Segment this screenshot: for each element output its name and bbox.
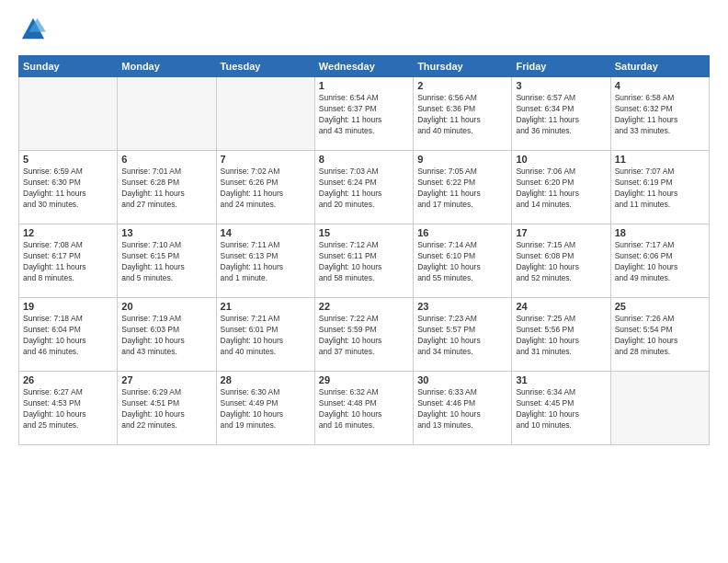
calendar-cell: 14Sunrise: 7:11 AM Sunset: 6:13 PM Dayli…	[216, 224, 314, 298]
day-info: Sunrise: 6:32 AM Sunset: 4:48 PM Dayligh…	[319, 387, 409, 431]
day-number: 27	[121, 374, 211, 385]
calendar-cell	[216, 77, 314, 151]
day-number: 5	[23, 154, 113, 165]
calendar-header-saturday: Saturday	[610, 56, 709, 77]
calendar-cell: 11Sunrise: 7:07 AM Sunset: 6:19 PM Dayli…	[610, 151, 709, 224]
day-number: 17	[516, 227, 606, 238]
calendar-header-thursday: Thursday	[414, 56, 512, 77]
calendar-cell	[610, 372, 709, 445]
day-info: Sunrise: 6:56 AM Sunset: 6:36 PM Dayligh…	[417, 93, 507, 137]
day-info: Sunrise: 6:59 AM Sunset: 6:30 PM Dayligh…	[23, 167, 113, 211]
day-number: 23	[417, 301, 507, 312]
calendar-week-row: 1Sunrise: 6:54 AM Sunset: 6:37 PM Daylig…	[19, 77, 710, 151]
day-number: 18	[615, 227, 705, 238]
calendar-cell: 19Sunrise: 7:18 AM Sunset: 6:04 PM Dayli…	[19, 298, 118, 372]
day-info: Sunrise: 7:26 AM Sunset: 5:54 PM Dayligh…	[615, 314, 705, 358]
calendar-cell: 25Sunrise: 7:26 AM Sunset: 5:54 PM Dayli…	[610, 298, 709, 372]
day-number: 20	[121, 301, 211, 312]
day-info: Sunrise: 7:08 AM Sunset: 6:17 PM Dayligh…	[23, 240, 113, 284]
calendar-cell	[19, 77, 118, 151]
day-number: 2	[417, 80, 507, 91]
day-number: 3	[516, 80, 606, 91]
calendar-cell: 1Sunrise: 6:54 AM Sunset: 6:37 PM Daylig…	[314, 77, 413, 151]
calendar-header-sunday: Sunday	[19, 56, 118, 77]
calendar-header-tuesday: Tuesday	[216, 56, 314, 77]
day-number: 13	[121, 227, 211, 238]
day-info: Sunrise: 6:29 AM Sunset: 4:51 PM Dayligh…	[121, 387, 211, 431]
day-info: Sunrise: 7:22 AM Sunset: 5:59 PM Dayligh…	[319, 314, 409, 358]
calendar-cell: 30Sunrise: 6:33 AM Sunset: 4:46 PM Dayli…	[414, 372, 512, 445]
calendar-cell: 22Sunrise: 7:22 AM Sunset: 5:59 PM Dayli…	[314, 298, 413, 372]
calendar-week-row: 12Sunrise: 7:08 AM Sunset: 6:17 PM Dayli…	[19, 224, 710, 298]
day-number: 29	[319, 374, 409, 385]
day-info: Sunrise: 7:14 AM Sunset: 6:10 PM Dayligh…	[417, 240, 507, 284]
calendar-cell: 7Sunrise: 7:02 AM Sunset: 6:26 PM Daylig…	[216, 151, 314, 224]
day-info: Sunrise: 7:11 AM Sunset: 6:13 PM Dayligh…	[221, 240, 311, 284]
calendar-cell: 2Sunrise: 6:56 AM Sunset: 6:36 PM Daylig…	[414, 77, 512, 151]
day-number: 16	[417, 227, 507, 238]
day-number: 11	[615, 154, 705, 165]
calendar-week-row: 5Sunrise: 6:59 AM Sunset: 6:30 PM Daylig…	[19, 151, 710, 224]
calendar-cell: 31Sunrise: 6:34 AM Sunset: 4:45 PM Dayli…	[512, 372, 610, 445]
calendar-cell	[118, 77, 216, 151]
day-info: Sunrise: 7:25 AM Sunset: 5:56 PM Dayligh…	[516, 314, 606, 358]
day-info: Sunrise: 7:21 AM Sunset: 6:01 PM Dayligh…	[221, 314, 311, 358]
calendar-header-friday: Friday	[512, 56, 610, 77]
day-info: Sunrise: 7:03 AM Sunset: 6:24 PM Dayligh…	[319, 167, 409, 211]
day-info: Sunrise: 7:15 AM Sunset: 6:08 PM Dayligh…	[516, 240, 606, 284]
calendar-table: SundayMondayTuesdayWednesdayThursdayFrid…	[18, 55, 710, 445]
day-info: Sunrise: 6:30 AM Sunset: 4:49 PM Dayligh…	[221, 387, 311, 431]
day-info: Sunrise: 6:57 AM Sunset: 6:34 PM Dayligh…	[516, 93, 606, 137]
calendar-cell: 27Sunrise: 6:29 AM Sunset: 4:51 PM Dayli…	[118, 372, 216, 445]
day-info: Sunrise: 7:12 AM Sunset: 6:11 PM Dayligh…	[319, 240, 409, 284]
calendar-cell: 12Sunrise: 7:08 AM Sunset: 6:17 PM Dayli…	[19, 224, 118, 298]
day-number: 4	[615, 80, 705, 91]
day-info: Sunrise: 6:34 AM Sunset: 4:45 PM Dayligh…	[516, 387, 606, 431]
calendar-cell: 24Sunrise: 7:25 AM Sunset: 5:56 PM Dayli…	[512, 298, 610, 372]
day-number: 31	[516, 374, 606, 385]
calendar-cell: 15Sunrise: 7:12 AM Sunset: 6:11 PM Dayli…	[314, 224, 413, 298]
calendar-cell: 28Sunrise: 6:30 AM Sunset: 4:49 PM Dayli…	[216, 372, 314, 445]
calendar-cell: 8Sunrise: 7:03 AM Sunset: 6:24 PM Daylig…	[314, 151, 413, 224]
calendar-cell: 18Sunrise: 7:17 AM Sunset: 6:06 PM Dayli…	[610, 224, 709, 298]
day-info: Sunrise: 7:17 AM Sunset: 6:06 PM Dayligh…	[615, 240, 705, 284]
calendar-cell: 29Sunrise: 6:32 AM Sunset: 4:48 PM Dayli…	[314, 372, 413, 445]
day-number: 12	[23, 227, 113, 238]
calendar-cell: 10Sunrise: 7:06 AM Sunset: 6:20 PM Dayli…	[512, 151, 610, 224]
day-info: Sunrise: 7:19 AM Sunset: 6:03 PM Dayligh…	[121, 314, 211, 358]
day-number: 8	[319, 154, 409, 165]
calendar-cell: 6Sunrise: 7:01 AM Sunset: 6:28 PM Daylig…	[118, 151, 216, 224]
day-info: Sunrise: 7:01 AM Sunset: 6:28 PM Dayligh…	[121, 167, 211, 211]
calendar-cell: 4Sunrise: 6:58 AM Sunset: 6:32 PM Daylig…	[610, 77, 709, 151]
page: SundayMondayTuesdayWednesdayThursdayFrid…	[0, 0, 728, 563]
calendar-cell: 21Sunrise: 7:21 AM Sunset: 6:01 PM Dayli…	[216, 298, 314, 372]
day-info: Sunrise: 7:05 AM Sunset: 6:22 PM Dayligh…	[417, 167, 507, 211]
day-info: Sunrise: 7:18 AM Sunset: 6:04 PM Dayligh…	[23, 314, 113, 358]
calendar-cell: 9Sunrise: 7:05 AM Sunset: 6:22 PM Daylig…	[414, 151, 512, 224]
day-info: Sunrise: 6:33 AM Sunset: 4:46 PM Dayligh…	[417, 387, 507, 431]
header	[18, 17, 710, 46]
day-number: 22	[319, 301, 409, 312]
calendar-cell: 20Sunrise: 7:19 AM Sunset: 6:03 PM Dayli…	[118, 298, 216, 372]
day-number: 24	[516, 301, 606, 312]
calendar-cell: 5Sunrise: 6:59 AM Sunset: 6:30 PM Daylig…	[19, 151, 118, 224]
day-number: 15	[319, 227, 409, 238]
day-info: Sunrise: 7:10 AM Sunset: 6:15 PM Dayligh…	[121, 240, 211, 284]
day-number: 19	[23, 301, 113, 312]
day-info: Sunrise: 6:58 AM Sunset: 6:32 PM Dayligh…	[615, 93, 705, 137]
day-number: 28	[221, 374, 311, 385]
day-number: 6	[121, 154, 211, 165]
day-number: 7	[221, 154, 311, 165]
calendar-cell: 3Sunrise: 6:57 AM Sunset: 6:34 PM Daylig…	[512, 77, 610, 151]
calendar-cell: 23Sunrise: 7:23 AM Sunset: 5:57 PM Dayli…	[414, 298, 512, 372]
calendar-week-row: 26Sunrise: 6:27 AM Sunset: 4:53 PM Dayli…	[19, 372, 710, 445]
calendar-header-wednesday: Wednesday	[314, 56, 413, 77]
day-info: Sunrise: 7:07 AM Sunset: 6:19 PM Dayligh…	[615, 167, 705, 211]
day-info: Sunrise: 7:06 AM Sunset: 6:20 PM Dayligh…	[516, 167, 606, 211]
calendar-header-row: SundayMondayTuesdayWednesdayThursdayFrid…	[19, 56, 710, 77]
day-number: 21	[221, 301, 311, 312]
day-info: Sunrise: 7:02 AM Sunset: 6:26 PM Dayligh…	[221, 167, 311, 211]
calendar-cell: 13Sunrise: 7:10 AM Sunset: 6:15 PM Dayli…	[118, 224, 216, 298]
day-number: 1	[319, 80, 409, 91]
calendar-cell: 17Sunrise: 7:15 AM Sunset: 6:08 PM Dayli…	[512, 224, 610, 298]
